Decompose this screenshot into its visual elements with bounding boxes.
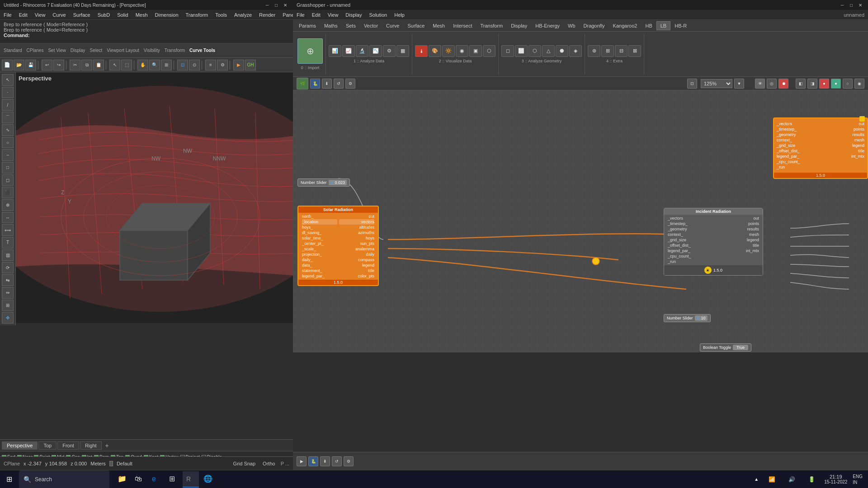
num-slider-1-value[interactable]: ⊙ 0.023	[329, 180, 347, 185]
gh-display-btn5[interactable]: ○	[843, 79, 853, 89]
language-area[interactable]: ENG IN	[851, 474, 864, 485]
battery-icon[interactable]: 🔋	[802, 470, 821, 488]
analyze-btn4[interactable]: 📉	[369, 45, 382, 57]
arc-btn[interactable]: ⌢	[2, 149, 14, 161]
gh-close-button[interactable]: ✕	[856, 1, 864, 9]
num-slider-1[interactable]: Number Slider ⊙ 0.023	[297, 178, 350, 187]
grid-snap-label[interactable]: Grid Snap	[231, 461, 258, 466]
gh-menu-view[interactable]: View	[324, 11, 342, 19]
taskbar-rhino[interactable]: R	[183, 471, 199, 488]
gh-tab-transform[interactable]: Transform	[476, 21, 507, 30]
vp-tab-right[interactable]: Right	[80, 441, 102, 450]
rhino-menu-tools[interactable]: Tools	[212, 11, 231, 19]
vp-tab-perspective[interactable]: Perspective	[2, 441, 38, 450]
boolean-btn[interactable]: ⊕	[2, 199, 14, 211]
import-btn[interactable]: ⊕	[297, 38, 323, 64]
rhino-menu-mesh[interactable]: Mesh	[132, 11, 151, 19]
geo-btn5[interactable]: ⬣	[556, 45, 568, 57]
geo-btn1[interactable]: ◻	[501, 45, 514, 57]
annotation-btn[interactable]: T	[2, 237, 14, 249]
new-btn[interactable]: 📄	[2, 60, 13, 70]
right-panel-node[interactable]: _vectors _timestep_ _geometry context_ _…	[773, 117, 868, 179]
gh-canvas[interactable]: Solar Radiation north_ _location hoys_ d…	[293, 90, 868, 352]
gh-tab-hb-r[interactable]: HB-R	[670, 21, 691, 30]
num-slider-2[interactable]: Number Slider ⊙ 10	[664, 314, 711, 322]
vp-tab-add-button[interactable]: +	[103, 441, 112, 450]
cut-btn[interactable]: ✂	[70, 60, 80, 70]
gh-tab-lb[interactable]: LB	[656, 21, 670, 30]
gh-display-btn1[interactable]: ◧	[796, 79, 806, 89]
tab-display[interactable]: Display	[69, 47, 87, 54]
tab-curve-tools[interactable]: Curve Tools	[188, 47, 217, 54]
extra-btn2[interactable]: ⊞	[601, 45, 614, 57]
redo-btn[interactable]: ↪	[53, 60, 64, 70]
gh-tab-maths[interactable]: Maths	[320, 21, 342, 30]
gh-tab-wb[interactable]: Wb	[564, 21, 580, 30]
gh-tab-intersect[interactable]: Intersect	[449, 21, 476, 30]
rhino-menu-curve[interactable]: Curve	[49, 11, 69, 19]
gh-export-btn[interactable]: ⬇	[322, 79, 332, 89]
gh-view-btn1[interactable]: 👁	[755, 79, 765, 89]
gh-tab-curve[interactable]: Curve	[382, 21, 403, 30]
array-btn[interactable]: ⊞	[2, 300, 14, 311]
gh-loop-btn[interactable]: ↺	[332, 456, 342, 466]
rhino-menu-render[interactable]: Render	[255, 11, 279, 19]
tab-transform[interactable]: Transform	[163, 47, 187, 54]
gh-tab-display[interactable]: Display	[507, 21, 531, 30]
rotate3d-btn[interactable]: ⟳	[2, 262, 14, 274]
render-btn[interactable]: ▶	[233, 60, 244, 70]
extrude-btn[interactable]: ⬛	[2, 187, 14, 198]
rhino-menu-dimension[interactable]: Dimension	[151, 11, 182, 19]
gh-save-btn[interactable]: ⬇	[320, 456, 330, 466]
gh-menu-display[interactable]: Display	[342, 11, 365, 19]
taskbar-edge[interactable]: e	[148, 471, 165, 488]
tab-visibility[interactable]: Visibility	[142, 47, 162, 54]
geo-btn3[interactable]: ⬡	[528, 45, 541, 57]
gh-view-btn3[interactable]: ⏺	[778, 79, 788, 89]
analyze-btn5[interactable]: ⚙	[383, 45, 396, 57]
gh-display-btn3[interactable]: ●	[819, 79, 829, 89]
paste-btn[interactable]: 📋	[93, 60, 104, 70]
select-tool-btn[interactable]: ↖	[2, 74, 14, 86]
window-select-btn[interactable]: ⬚	[121, 60, 132, 70]
rhino-menu-surface[interactable]: Surface	[70, 11, 94, 19]
gh-menu-solution[interactable]: Solution	[365, 11, 391, 19]
zoom-btn[interactable]: 🔍	[149, 60, 160, 70]
rhino-menu-edit[interactable]: Edit	[15, 11, 31, 19]
gh-tab-hb-energy[interactable]: HB-Energy	[531, 21, 564, 30]
geo-btn2[interactable]: ⬜	[515, 45, 528, 57]
layer-btn[interactable]: ≡	[205, 60, 216, 70]
solar-node[interactable]: Solar Radiation north_ _location hoys_ d…	[297, 206, 379, 286]
network-icon[interactable]: 📶	[763, 470, 781, 488]
zoom-extent-btn[interactable]: ⊞	[161, 60, 172, 70]
tab-set-view[interactable]: Set View	[46, 47, 67, 54]
gh-menu-help[interactable]: Help	[391, 11, 408, 19]
gh-maximize-button[interactable]: □	[847, 1, 855, 9]
rhino-menu-analyze[interactable]: Analyze	[231, 11, 255, 19]
viewport-perspective-label[interactable]: Perspective	[19, 75, 52, 82]
rhino-menu-file[interactable]: File	[0, 11, 15, 19]
rhino-menu-view[interactable]: View	[31, 11, 49, 19]
tab-viewport-layout[interactable]: Viewport Layout	[105, 47, 141, 54]
bool-toggle[interactable]: Boolean Toggle True	[700, 343, 751, 352]
properties-btn[interactable]: ⚙	[217, 60, 228, 70]
taskbar-apps-menu[interactable]: ⊞	[165, 471, 182, 488]
gh-tab-mesh[interactable]: Mesh	[429, 21, 449, 30]
gh-fit-btn[interactable]: ⊡	[687, 79, 697, 89]
undo-btn[interactable]: ↩	[42, 60, 52, 70]
num-slider-2-value[interactable]: ⊙ 10	[695, 315, 708, 321]
start-button[interactable]: ⊞	[0, 470, 18, 488]
grasshopper-btn[interactable]: GH	[245, 60, 256, 70]
gh-reload-btn[interactable]: ↺	[334, 79, 344, 89]
gh-settings-btn[interactable]: 🌿	[297, 78, 308, 89]
open-btn[interactable]: 📂	[14, 60, 24, 70]
tab-cplanes[interactable]: CPlanes	[25, 47, 46, 54]
tab-standard[interactable]: Standard	[2, 47, 24, 54]
gh-display-btn2[interactable]: ◨	[807, 79, 817, 89]
viz-btn1[interactable]: 🌡	[415, 45, 428, 57]
gumball-btn[interactable]: ✥	[2, 312, 14, 324]
gh-settings2-btn[interactable]: ⚙	[345, 79, 355, 89]
gh-python-btn[interactable]: 🐍	[310, 79, 320, 89]
viz-btn5[interactable]: ▣	[469, 45, 482, 57]
gh-tab-params[interactable]: Params	[295, 21, 320, 30]
